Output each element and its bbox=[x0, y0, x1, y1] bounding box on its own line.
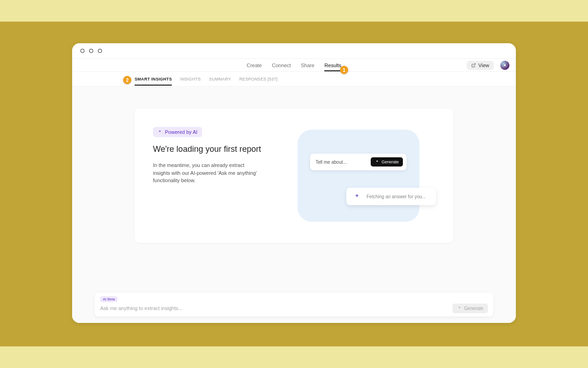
avatar-letter: A bbox=[503, 63, 506, 67]
card-body: In the meantime, you can already extract… bbox=[153, 161, 259, 184]
ai-badge: Powered by AI bbox=[153, 127, 202, 137]
callout-1: 1 bbox=[340, 66, 348, 74]
tab-connect[interactable]: Connect bbox=[272, 60, 291, 71]
card-illustration: Tell me about... Generate Fetching an an… bbox=[282, 127, 435, 224]
illustration-bg bbox=[298, 130, 419, 222]
generate-button[interactable]: Generate bbox=[452, 304, 488, 313]
subtab-responses[interactable]: RESPONSES [537] bbox=[239, 73, 277, 85]
tab-results[interactable]: Results bbox=[324, 60, 341, 71]
top-nav: Create Connect Share Results View A bbox=[72, 58, 516, 72]
window-control-close[interactable] bbox=[80, 49, 85, 53]
avatar[interactable]: A bbox=[500, 61, 509, 70]
callout-2: 2 bbox=[123, 76, 131, 84]
window-controls bbox=[80, 49, 102, 53]
sub-nav: SMART INSIGHTS INSIGHTS SUMMARY RESPONSE… bbox=[72, 72, 516, 86]
illustration-generate-button[interactable]: Generate bbox=[371, 157, 403, 167]
subtab-smart-insights[interactable]: SMART INSIGHTS bbox=[135, 73, 172, 85]
sparkle-icon bbox=[354, 193, 360, 200]
card-left: Powered by AI We're loading your first r… bbox=[153, 127, 282, 224]
ai-beta-badge: AI Beta bbox=[100, 296, 118, 302]
content-area: Powered by AI We're loading your first r… bbox=[72, 86, 516, 323]
view-button[interactable]: View bbox=[467, 61, 494, 70]
tab-create[interactable]: Create bbox=[247, 60, 262, 71]
ask-input[interactable] bbox=[100, 305, 452, 311]
loading-report-card: Powered by AI We're loading your first r… bbox=[135, 109, 453, 243]
window-titlebar bbox=[72, 43, 516, 58]
sparkle-icon bbox=[158, 130, 162, 134]
illustration-fetching-row: Fetching an answer for you... bbox=[346, 188, 436, 205]
svg-line-0 bbox=[474, 63, 476, 66]
ask-bar: AI Beta Generate bbox=[95, 293, 493, 316]
subtab-summary[interactable]: SUMMARY bbox=[209, 73, 231, 85]
view-button-label: View bbox=[478, 63, 489, 68]
card-title: We're loading your first report bbox=[153, 144, 282, 154]
illustration-generate-label: Generate bbox=[381, 160, 399, 164]
window-control-max[interactable] bbox=[98, 49, 102, 53]
illustration-fetching-text: Fetching an answer for you... bbox=[367, 194, 426, 199]
external-link-icon bbox=[471, 63, 476, 68]
top-nav-tabs: Create Connect Share Results bbox=[247, 60, 341, 71]
generate-button-label: Generate bbox=[464, 306, 483, 311]
illustration-prompt-row: Tell me about... Generate bbox=[310, 154, 407, 170]
tab-share[interactable]: Share bbox=[301, 60, 314, 71]
illustration-prompt-text: Tell me about... bbox=[316, 160, 366, 165]
window-control-min[interactable] bbox=[89, 49, 93, 53]
ai-badge-label: Powered by AI bbox=[165, 129, 198, 135]
subtab-insights[interactable]: INSIGHTS bbox=[180, 73, 201, 85]
sparkle-icon bbox=[375, 160, 379, 164]
app-window: Create Connect Share Results View A SMAR… bbox=[72, 43, 516, 323]
sparkle-icon bbox=[457, 306, 462, 310]
